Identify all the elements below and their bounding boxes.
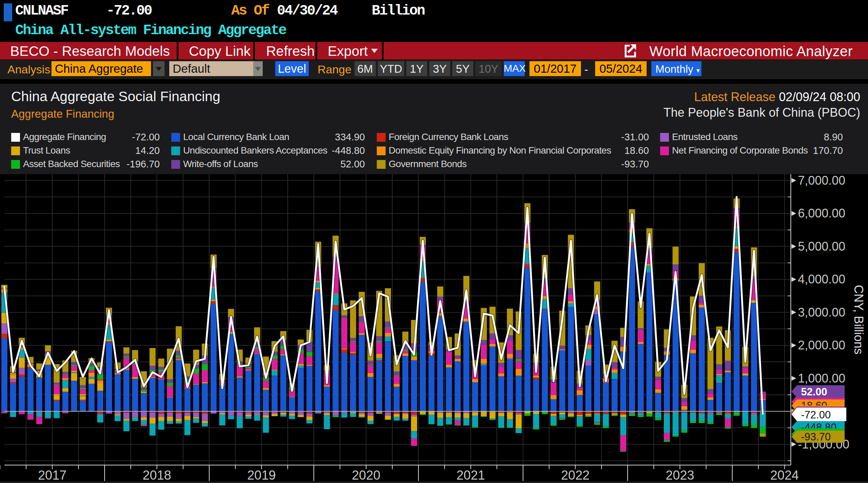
svg-text:3,000.00: 3,000.00 <box>798 305 845 319</box>
svg-text:2024: 2024 <box>770 468 799 482</box>
svg-text:2019: 2019 <box>247 468 276 482</box>
svg-text:2018: 2018 <box>143 468 171 482</box>
svg-text:2023: 2023 <box>666 468 694 482</box>
svg-text:2,000.00: 2,000.00 <box>798 338 845 352</box>
svg-text:52.00: 52.00 <box>801 386 827 398</box>
svg-text:7,000.00: 7,000.00 <box>798 174 845 187</box>
svg-text:2022: 2022 <box>561 468 590 482</box>
svg-text:1,000.00: 1,000.00 <box>798 371 845 385</box>
svg-text:5,000.00: 5,000.00 <box>798 239 845 253</box>
svg-text:2020: 2020 <box>352 468 381 482</box>
svg-text:4,000.00: 4,000.00 <box>798 272 845 286</box>
svg-text:6,000.00: 6,000.00 <box>798 206 845 220</box>
svg-text:-93.70: -93.70 <box>801 431 831 443</box>
svg-text:-72.00: -72.00 <box>801 409 831 421</box>
svg-text:2017: 2017 <box>38 468 67 482</box>
svg-text:CNY, Billions: CNY, Billions <box>852 285 866 354</box>
svg-text:2021: 2021 <box>456 468 485 482</box>
